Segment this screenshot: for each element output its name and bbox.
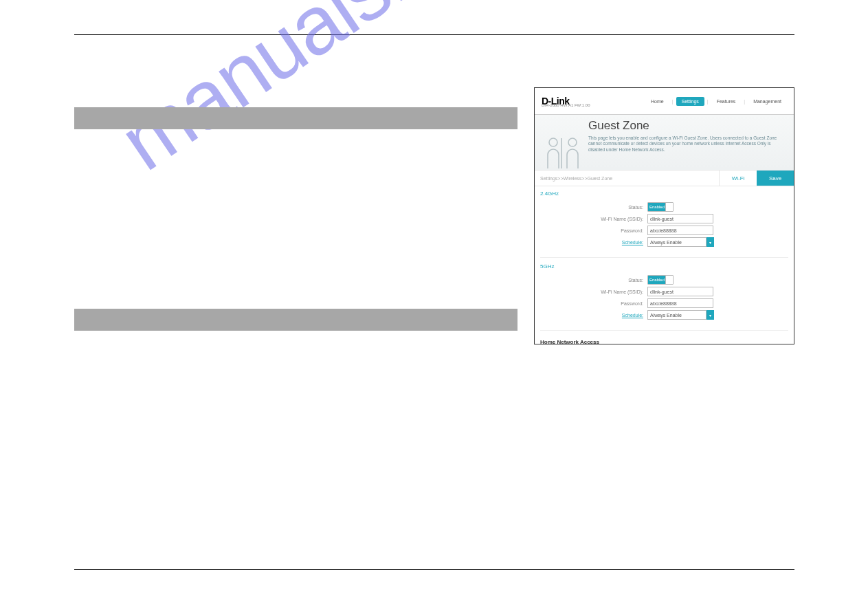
router-nav: Home | Settings | Features | Management (645, 97, 787, 106)
input-5-password[interactable]: abcde88888 (647, 298, 713, 308)
select-24-schedule[interactable]: Always Enable (647, 237, 706, 247)
toggle-24-status-value: Enabled (648, 203, 666, 211)
row-24-schedule: Schedule: Always Enable ▾ (540, 237, 788, 247)
svg-point-1 (568, 138, 577, 146)
page-bottom-rule (74, 569, 794, 570)
input-24-ssid[interactable]: dlink-guest (647, 214, 713, 223)
nav-management[interactable]: Management (748, 97, 787, 106)
label-24-ssid: Wi-Fi Name (SSID): (540, 217, 647, 221)
nav-features[interactable]: Features (711, 97, 742, 106)
hero-banner: Guest Zone This page lets you enable and… (535, 115, 794, 170)
nav-settings[interactable]: Settings (676, 97, 704, 106)
nav-home[interactable]: Home (645, 97, 669, 106)
section-5ghz-header: 5GHz (540, 263, 788, 270)
label-24-status: Status: (540, 205, 647, 210)
row-5-schedule: Schedule: Always Enable ▾ (540, 310, 788, 320)
toggle-knob-icon (665, 276, 673, 284)
row-24-ssid: Wi-Fi Name (SSID): dlink-guest (540, 214, 788, 223)
hero-title: Guest Zone (588, 119, 781, 133)
toggle-5-status[interactable]: Enabled (647, 275, 674, 285)
row-24-status: Status: Enabled (540, 202, 788, 212)
chevron-down-icon[interactable]: ▾ (706, 310, 714, 320)
select-5-schedule[interactable]: Always Enable (647, 310, 706, 320)
nav-sep: | (672, 99, 674, 104)
row-24-password: Password: abcde88888 (540, 226, 788, 235)
section-divider (540, 330, 788, 331)
row-5-ssid: Wi-Fi Name (SSID): dlink-guest (540, 287, 788, 296)
hero-text: Guest Zone This page lets you enable and… (588, 119, 781, 170)
breadcrumb: Settings>>Wireless>>Guest Zone (535, 176, 612, 181)
model-line: DIR-2680 HW:A1 FW:1.00 (542, 103, 590, 107)
row-5-password: Password: abcde88888 (540, 298, 788, 308)
input-5-ssid[interactable]: dlink-guest (647, 287, 713, 296)
label-5-ssid: Wi-Fi Name (SSID): (540, 289, 647, 294)
section-5ghz: 5GHz Status: Enabled Wi-Fi Name (SSID): … (535, 259, 794, 329)
toggle-24-status[interactable]: Enabled (647, 202, 674, 212)
label-5-status: Status: (540, 278, 647, 283)
nav-sep: | (744, 99, 745, 104)
label-24-password: Password: (540, 228, 647, 233)
label-5-password: Password: (540, 301, 647, 306)
save-button[interactable]: Save (757, 171, 794, 186)
router-ui-screenshot: D-Link DIR-2680 HW:A1 FW:1.00 Home | Set… (534, 87, 794, 344)
guest-zone-icon (540, 119, 588, 170)
page-top-rule (74, 34, 794, 35)
toggle-knob-icon (665, 203, 673, 211)
nav-sep: | (707, 99, 709, 104)
label-24-schedule[interactable]: Schedule: (622, 240, 643, 245)
label-5-schedule[interactable]: Schedule: (622, 313, 643, 318)
left-gray-band-1 (74, 107, 518, 129)
left-gray-band-2 (74, 309, 518, 331)
chevron-down-icon[interactable]: ▾ (706, 237, 714, 247)
breadcrumb-row: Settings>>Wireless>>Guest Zone Wi-Fi Sav… (535, 170, 794, 186)
wifi-button[interactable]: Wi-Fi (719, 171, 757, 186)
input-24-password[interactable]: abcde88888 (647, 226, 713, 235)
section-divider (540, 257, 788, 258)
svg-point-0 (549, 138, 557, 146)
router-header: D-Link DIR-2680 HW:A1 FW:1.00 Home | Set… (535, 88, 794, 115)
section-24ghz: 2.4GHz Status: Enabled Wi-Fi Name (SSID)… (535, 186, 794, 256)
section-home-network-access: Home Network Access Internet Access Only… (535, 332, 794, 344)
hna-header: Home Network Access (540, 339, 788, 344)
row-5-status: Status: Enabled (540, 275, 788, 285)
hero-description: This page lets you enable and configure … (588, 135, 781, 153)
toggle-5-status-value: Enabled (648, 276, 666, 284)
section-24ghz-header: 2.4GHz (540, 190, 788, 197)
